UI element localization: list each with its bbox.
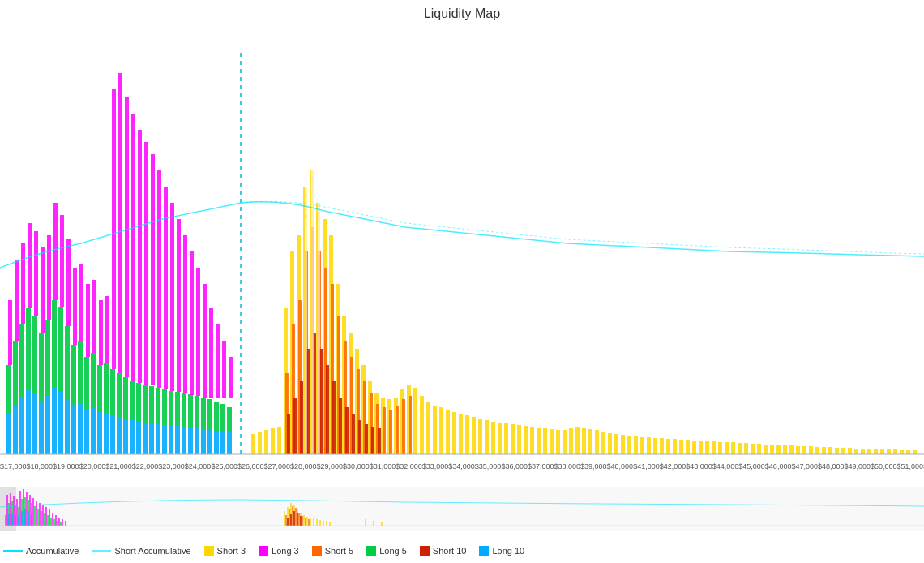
svg-rect-15 xyxy=(91,407,96,454)
svg-rect-325 xyxy=(297,513,298,526)
svg-rect-147 xyxy=(511,424,515,454)
svg-rect-285 xyxy=(57,521,58,526)
svg-rect-281 xyxy=(44,513,45,526)
svg-rect-175 xyxy=(692,441,696,454)
x-label-25k: $25,000 xyxy=(211,462,237,471)
svg-rect-63 xyxy=(175,392,180,426)
svg-rect-168 xyxy=(647,437,651,454)
svg-rect-290 xyxy=(15,515,16,526)
svg-rect-319 xyxy=(302,516,303,526)
svg-rect-282 xyxy=(47,515,49,526)
x-label-45k: $45,000 xyxy=(738,462,765,471)
x-label-29k: $29,000 xyxy=(317,462,344,471)
legend-accumulative-color xyxy=(3,550,23,552)
x-label-20k: $20,000 xyxy=(79,462,106,471)
svg-rect-292 xyxy=(21,511,23,526)
svg-rect-193 xyxy=(809,446,813,454)
svg-rect-294 xyxy=(28,511,29,526)
svg-rect-22 xyxy=(136,422,141,454)
svg-rect-322 xyxy=(287,518,289,526)
svg-rect-288 xyxy=(8,514,10,526)
legend-short-accumulative-color xyxy=(92,550,111,552)
svg-rect-30 xyxy=(188,428,193,454)
svg-rect-259 xyxy=(32,498,34,526)
svg-rect-28 xyxy=(175,426,180,454)
svg-rect-79 xyxy=(53,203,58,300)
svg-rect-305 xyxy=(313,518,314,526)
legend-short10-color xyxy=(420,546,430,556)
legend-accumulative-label: Accumulative xyxy=(26,546,79,556)
svg-rect-258 xyxy=(29,495,31,526)
svg-rect-100 xyxy=(190,251,194,395)
svg-rect-98 xyxy=(177,219,181,392)
svg-rect-153 xyxy=(550,429,554,454)
x-label-18k: $18,000 xyxy=(27,462,53,471)
x-label-24k: $24,000 xyxy=(185,462,212,471)
svg-rect-324 xyxy=(293,511,295,526)
x-label-17k: $17,000 xyxy=(0,462,27,471)
svg-rect-136 xyxy=(439,407,443,454)
legend-short-accumulative: Short Accumulative xyxy=(92,546,190,556)
svg-rect-86 xyxy=(99,300,103,365)
svg-rect-26 xyxy=(162,425,167,454)
svg-rect-138 xyxy=(452,412,456,454)
svg-rect-228 xyxy=(402,399,405,454)
svg-rect-59 xyxy=(149,386,154,423)
legend: Accumulative Short Accumulative Short 3 … xyxy=(0,542,924,560)
svg-rect-307 xyxy=(319,520,321,526)
legend-short3-label: Short 3 xyxy=(217,546,246,556)
svg-rect-2 xyxy=(6,414,11,454)
svg-rect-145 xyxy=(498,423,502,454)
svg-rect-246 xyxy=(311,144,314,454)
x-label-50k: $50,000 xyxy=(871,462,897,471)
svg-rect-254 xyxy=(16,499,18,526)
svg-rect-149 xyxy=(524,426,528,454)
svg-rect-19 xyxy=(117,417,122,454)
svg-rect-72 xyxy=(8,300,12,365)
svg-rect-166 xyxy=(634,436,638,454)
svg-rect-141 xyxy=(472,417,476,454)
svg-rect-321 xyxy=(308,519,310,526)
svg-rect-111 xyxy=(277,427,281,454)
svg-rect-261 xyxy=(39,503,41,526)
svg-rect-253 xyxy=(13,496,15,526)
svg-rect-241 xyxy=(358,420,361,454)
svg-rect-67 xyxy=(201,398,206,429)
svg-rect-262 xyxy=(42,505,44,526)
x-label-30k: $30,000 xyxy=(343,462,370,471)
svg-rect-68 xyxy=(207,399,212,430)
svg-rect-308 xyxy=(323,521,324,526)
svg-rect-293 xyxy=(24,509,26,526)
svg-rect-160 xyxy=(595,430,599,454)
svg-rect-152 xyxy=(543,428,547,454)
svg-rect-167 xyxy=(640,437,644,454)
svg-rect-92 xyxy=(138,130,142,383)
legend-long5-color xyxy=(366,546,376,556)
svg-rect-134 xyxy=(426,402,430,454)
svg-rect-188 xyxy=(776,445,781,454)
svg-rect-137 xyxy=(446,410,450,454)
svg-rect-57 xyxy=(136,383,141,422)
svg-rect-242 xyxy=(365,424,368,454)
legend-long10-label: Long 10 xyxy=(492,546,524,556)
svg-rect-179 xyxy=(718,442,722,454)
svg-rect-156 xyxy=(569,428,573,454)
svg-rect-264 xyxy=(49,509,50,526)
x-label-49k: $49,000 xyxy=(845,462,871,471)
svg-rect-56 xyxy=(130,381,135,420)
x-label-19k: $19,000 xyxy=(53,462,79,471)
svg-rect-29 xyxy=(182,427,186,454)
svg-rect-65 xyxy=(188,394,193,428)
svg-rect-38 xyxy=(13,341,18,406)
svg-rect-158 xyxy=(582,428,586,454)
x-label-23k: $23,000 xyxy=(158,462,185,471)
svg-rect-191 xyxy=(796,446,800,454)
svg-rect-24 xyxy=(149,423,154,454)
x-label-38k: $38,000 xyxy=(554,462,580,471)
svg-rect-161 xyxy=(601,432,605,454)
svg-rect-232 xyxy=(300,381,303,454)
svg-rect-135 xyxy=(433,406,437,454)
svg-rect-101 xyxy=(196,268,200,396)
svg-rect-165 xyxy=(627,436,631,454)
svg-rect-144 xyxy=(491,422,495,454)
